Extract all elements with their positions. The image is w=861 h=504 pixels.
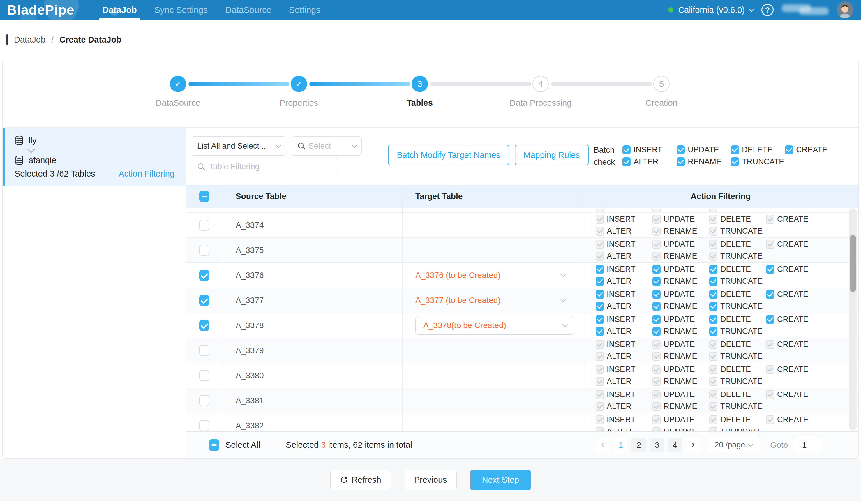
action-checkbox[interactable]	[596, 415, 604, 424]
action-checkbox[interactable]	[596, 365, 604, 374]
action-checkbox[interactable]	[676, 157, 685, 166]
action-checkbox[interactable]	[596, 402, 604, 411]
action-checkbox[interactable]	[623, 157, 631, 166]
action-checkbox[interactable]	[596, 340, 604, 349]
action-checkbox[interactable]	[709, 315, 718, 324]
action-checkbox[interactable]	[766, 340, 774, 349]
row-checkbox[interactable]	[199, 245, 209, 256]
action-checkbox[interactable]	[653, 427, 660, 432]
action-checkbox[interactable]	[785, 145, 793, 154]
target-table-select[interactable]: A_3376 (to be Created)	[415, 271, 583, 280]
action-filtering-link[interactable]: Action Filtering	[119, 169, 175, 179]
row-checkbox[interactable]	[199, 345, 209, 356]
target-table-select[interactable]: A_3378(to be Created)	[415, 316, 574, 335]
action-checkbox[interactable]	[653, 290, 660, 299]
action-checkbox[interactable]	[653, 390, 660, 399]
per-page-select[interactable]: 20 /page	[707, 437, 760, 453]
action-checkbox[interactable]	[653, 265, 660, 274]
row-checkbox[interactable]	[199, 220, 209, 231]
step-circle-properties[interactable]: ✓	[291, 76, 307, 92]
nav-item-datajob[interactable]: DataJob	[102, 0, 137, 20]
action-checkbox[interactable]	[653, 302, 660, 311]
action-checkbox[interactable]	[676, 145, 685, 154]
action-checkbox[interactable]	[766, 290, 774, 299]
action-checkbox[interactable]	[766, 265, 774, 274]
action-checkbox[interactable]	[596, 215, 604, 224]
scrollbar-thumb[interactable]	[850, 235, 856, 292]
row-checkbox[interactable]	[199, 370, 209, 381]
action-checkbox[interactable]	[596, 290, 604, 299]
next-step-button[interactable]: Next Step	[470, 469, 531, 490]
action-checkbox[interactable]	[709, 340, 718, 349]
action-checkbox[interactable]	[653, 277, 660, 286]
action-checkbox[interactable]	[766, 365, 774, 374]
action-checkbox[interactable]	[596, 315, 604, 324]
scrollbar-track[interactable]	[849, 208, 857, 430]
action-checkbox[interactable]	[596, 227, 604, 236]
action-checkbox[interactable]	[653, 352, 660, 361]
nav-item-settings[interactable]: Settings	[289, 0, 320, 20]
action-checkbox[interactable]	[709, 390, 718, 399]
action-checkbox[interactable]	[709, 352, 718, 361]
batch-modify-target-names-button[interactable]: Batch Modify Target Names	[388, 145, 509, 165]
env-selector[interactable]: California (v0.6.0)	[668, 5, 753, 15]
action-checkbox[interactable]	[709, 215, 718, 224]
action-checkbox[interactable]	[709, 415, 718, 424]
action-checkbox[interactable]	[709, 365, 718, 374]
action-checkbox[interactable]	[709, 277, 718, 286]
action-checkbox[interactable]	[766, 390, 774, 399]
action-checkbox[interactable]	[709, 265, 718, 274]
list-mode-select[interactable]: List All and Select ...	[192, 136, 286, 155]
step-circle-datasource[interactable]: ✓	[170, 76, 186, 92]
goto-page-input[interactable]	[793, 437, 821, 453]
page-button-4[interactable]: 4	[668, 438, 682, 452]
table-filter-input[interactable]	[209, 162, 332, 171]
target-table-select[interactable]: A_3377 (to be Created)	[415, 296, 583, 305]
action-checkbox[interactable]	[596, 427, 604, 432]
action-checkbox[interactable]	[653, 327, 660, 336]
page-button-2[interactable]: 2	[631, 438, 646, 452]
action-checkbox[interactable]	[653, 227, 660, 236]
page-button-1[interactable]: 1	[613, 438, 628, 452]
action-checkbox[interactable]	[596, 252, 604, 261]
next-page-button[interactable]: ›	[686, 438, 700, 452]
nav-item-datasource[interactable]: DataSource	[225, 0, 271, 20]
target-select[interactable]: Select	[292, 136, 362, 155]
breadcrumb-parent[interactable]: DataJob	[14, 35, 45, 44]
action-checkbox[interactable]	[709, 327, 718, 336]
action-checkbox[interactable]	[709, 227, 718, 236]
help-icon[interactable]: ?	[761, 4, 774, 16]
row-checkbox[interactable]	[199, 395, 209, 406]
action-checkbox[interactable]	[596, 265, 604, 274]
action-checkbox[interactable]	[653, 252, 660, 261]
step-circle-tables[interactable]: 3	[412, 76, 428, 92]
action-checkbox[interactable]	[709, 427, 718, 432]
action-checkbox[interactable]	[653, 377, 660, 386]
action-checkbox[interactable]	[653, 340, 660, 349]
action-checkbox[interactable]	[766, 315, 774, 324]
action-checkbox[interactable]	[653, 215, 660, 224]
action-checkbox[interactable]	[709, 402, 718, 411]
previous-button[interactable]: Previous	[405, 469, 457, 490]
select-all-footer-checkbox[interactable]	[209, 439, 219, 451]
action-checkbox[interactable]	[653, 415, 660, 424]
action-checkbox[interactable]	[653, 315, 660, 324]
action-checkbox[interactable]	[731, 157, 739, 166]
action-checkbox[interactable]	[709, 302, 718, 311]
action-checkbox[interactable]	[766, 240, 774, 249]
action-checkbox[interactable]	[731, 145, 739, 154]
prev-page-button[interactable]: ‹	[596, 438, 610, 452]
action-checkbox[interactable]	[596, 240, 604, 249]
mapping-rules-button[interactable]: Mapping Rules	[515, 145, 589, 165]
action-checkbox[interactable]	[709, 240, 718, 249]
avatar[interactable]	[836, 1, 853, 18]
select-all-checkbox[interactable]	[199, 191, 209, 202]
action-checkbox[interactable]	[596, 302, 604, 311]
action-checkbox[interactable]	[653, 240, 660, 249]
action-checkbox[interactable]	[653, 365, 660, 374]
row-checkbox[interactable]	[199, 320, 209, 331]
action-checkbox[interactable]	[596, 277, 604, 286]
action-checkbox[interactable]	[709, 290, 718, 299]
action-checkbox[interactable]	[596, 377, 604, 386]
row-checkbox[interactable]	[199, 295, 209, 306]
